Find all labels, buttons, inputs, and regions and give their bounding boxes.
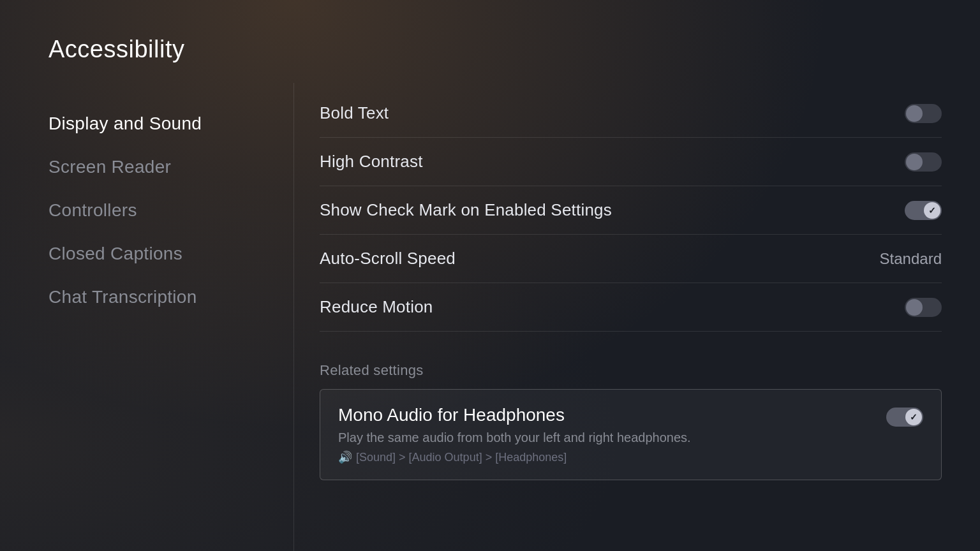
setting-row-reduce-motion: Reduce Motion	[320, 283, 942, 332]
toggle-knob-high-contrast	[906, 154, 923, 170]
page-title: Accessibility	[48, 36, 184, 63]
settings-content: Bold Text High Contrast Show Check Mark …	[293, 83, 980, 551]
toggle-high-contrast[interactable]	[905, 152, 942, 172]
related-card-description: Play the same audio from both your left …	[338, 430, 886, 445]
speaker-icon: 🔊	[338, 450, 352, 464]
related-settings-section: Related settings Mono Audio for Headphon…	[320, 362, 942, 480]
related-settings-title: Related settings	[320, 362, 942, 379]
sidebar-item-chat-transcription[interactable]: Chat Transcription	[48, 276, 293, 319]
setting-row-auto-scroll-speed: Auto-Scroll Speed Standard	[320, 235, 942, 283]
sidebar: Display and Sound Screen Reader Controll…	[0, 83, 293, 551]
settings-list: Bold Text High Contrast Show Check Mark …	[320, 89, 942, 332]
related-card-content: Mono Audio for Headphones Play the same …	[338, 405, 886, 464]
setting-label-bold-text: Bold Text	[320, 103, 389, 123]
toggle-reduce-motion[interactable]	[905, 298, 942, 317]
toggle-knob-mono-audio	[905, 409, 922, 425]
setting-label-reduce-motion: Reduce Motion	[320, 297, 433, 317]
setting-value-auto-scroll-speed[interactable]: Standard	[880, 250, 942, 268]
setting-row-bold-text: Bold Text	[320, 89, 942, 138]
sidebar-item-controllers[interactable]: Controllers	[48, 189, 293, 232]
setting-label-auto-scroll-speed: Auto-Scroll Speed	[320, 249, 456, 268]
toggle-knob-show-check-mark	[924, 202, 940, 219]
sidebar-item-closed-captions[interactable]: Closed Captions	[48, 232, 293, 276]
related-card-mono-audio[interactable]: Mono Audio for Headphones Play the same …	[320, 389, 942, 480]
related-card-title: Mono Audio for Headphones	[338, 405, 886, 425]
related-card-path: 🔊 [Sound] > [Audio Output] > [Headphones…	[338, 450, 886, 464]
toggle-show-check-mark[interactable]	[905, 201, 942, 220]
toggle-mono-audio[interactable]	[886, 408, 923, 427]
toggle-knob-bold-text	[906, 105, 923, 122]
sidebar-item-screen-reader[interactable]: Screen Reader	[48, 145, 293, 189]
main-layout: Display and Sound Screen Reader Controll…	[0, 83, 980, 551]
setting-label-high-contrast: High Contrast	[320, 152, 423, 172]
setting-row-show-check-mark: Show Check Mark on Enabled Settings	[320, 186, 942, 235]
toggle-bold-text[interactable]	[905, 104, 942, 123]
setting-label-show-check-mark: Show Check Mark on Enabled Settings	[320, 200, 612, 220]
toggle-knob-reduce-motion	[906, 299, 923, 316]
sidebar-item-display-and-sound[interactable]: Display and Sound	[48, 102, 293, 145]
setting-row-high-contrast: High Contrast	[320, 138, 942, 186]
